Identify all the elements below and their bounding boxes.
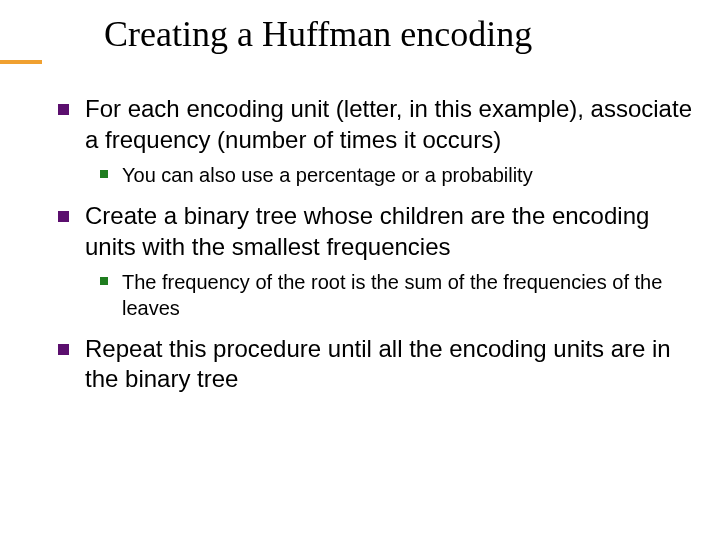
square-bullet-icon [58,344,69,355]
list-subitem: You can also use a percentage or a proba… [100,163,700,189]
square-bullet-icon [58,104,69,115]
list-item-text: Repeat this procedure until all the enco… [85,334,700,395]
list-item-text: For each encoding unit (letter, in this … [85,94,700,155]
list-subitem: The frequency of the root is the sum of … [100,270,700,321]
list-item-text: Create a binary tree whose children are … [85,201,700,262]
slide-body: For each encoding unit (letter, in this … [58,82,700,395]
slide: Creating a Huffman encoding For each enc… [0,0,720,540]
square-bullet-icon [58,211,69,222]
list-item: For each encoding unit (letter, in this … [58,94,700,155]
slide-title: Creating a Huffman encoding [104,14,532,55]
square-bullet-icon [100,170,108,178]
list-subitem-text: The frequency of the root is the sum of … [122,270,700,321]
square-bullet-icon [100,277,108,285]
list-item: Repeat this procedure until all the enco… [58,334,700,395]
list-item: Create a binary tree whose children are … [58,201,700,262]
accent-bar [0,60,42,64]
list-subitem-text: You can also use a percentage or a proba… [122,163,533,189]
